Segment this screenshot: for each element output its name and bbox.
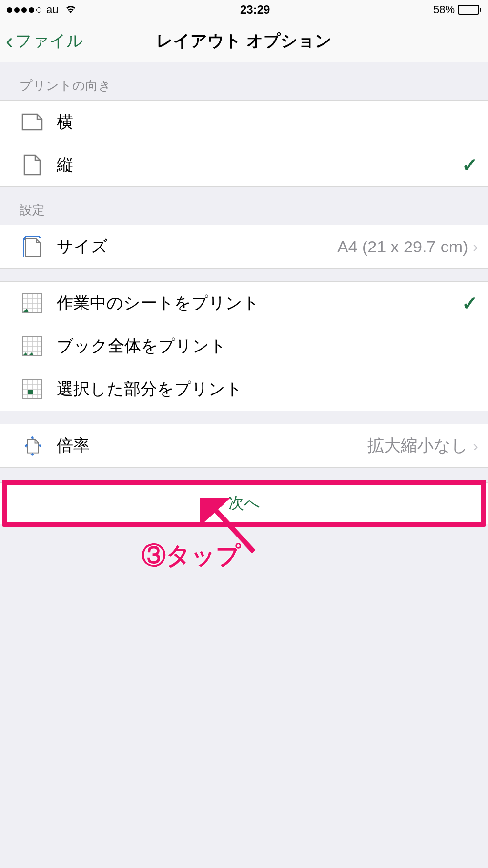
- scale-row[interactable]: 倍率 拡大縮小なし ›: [0, 424, 488, 467]
- print-selection-label: 選択した部分をプリント: [57, 378, 478, 400]
- status-time: 23:29: [240, 3, 270, 17]
- scale-group: 倍率 拡大縮小なし ›: [0, 424, 488, 468]
- orientation-portrait-label: 縦: [57, 154, 462, 176]
- svg-rect-3: [28, 390, 33, 394]
- page-title: レイアウト オプション: [156, 30, 331, 52]
- page-landscape-icon: [21, 111, 43, 133]
- next-button-label: 次へ: [228, 493, 260, 514]
- sheet-active-icon: [21, 292, 43, 314]
- section-header-settings: 設定: [0, 187, 488, 225]
- carrier-label: au: [46, 3, 58, 16]
- scale-value: 拡大縮小なし: [367, 434, 468, 457]
- chevron-right-icon: ›: [473, 437, 478, 455]
- print-entire-book-row[interactable]: ブック全体をプリント: [0, 325, 488, 368]
- scale-label: 倍率: [57, 434, 367, 457]
- size-value: A4 (21 x 29.7 cm): [337, 237, 468, 256]
- chevron-right-icon: ›: [473, 238, 478, 256]
- print-entire-book-label: ブック全体をプリント: [57, 335, 478, 357]
- next-button[interactable]: 次へ: [0, 482, 488, 524]
- checkmark-icon: ✓: [462, 154, 478, 176]
- svg-rect-2: [23, 380, 41, 398]
- size-row[interactable]: サイズ A4 (21 x 29.7 cm) ›: [0, 225, 488, 268]
- orientation-group: 横 縦 ✓: [0, 100, 488, 187]
- status-right: 58%: [433, 3, 481, 16]
- orientation-landscape-row[interactable]: 横: [0, 101, 488, 144]
- battery-percent: 58%: [433, 3, 455, 16]
- print-scope-group: 作業中のシートをプリント ✓ ブック全体をプリント 選択した部分をプリント: [0, 281, 488, 411]
- nav-bar: ‹ ファイル レイアウト オプション: [0, 20, 488, 62]
- print-active-sheet-row[interactable]: 作業中のシートをプリント ✓: [0, 282, 488, 325]
- orientation-portrait-row[interactable]: 縦 ✓: [0, 144, 488, 186]
- status-left: au: [7, 3, 77, 16]
- back-button[interactable]: ‹ ファイル: [0, 30, 83, 52]
- annotation-label: ③タップ: [142, 539, 241, 572]
- checkmark-icon: ✓: [462, 292, 478, 314]
- print-active-sheet-label: 作業中のシートをプリント: [57, 292, 462, 314]
- size-group: サイズ A4 (21 x 29.7 cm) ›: [0, 225, 488, 269]
- section-header-orientation: プリントの向き: [0, 62, 488, 100]
- status-bar: au 23:29 58%: [0, 0, 488, 20]
- print-selection-row[interactable]: 選択した部分をプリント: [0, 368, 488, 411]
- workbook-icon: [21, 335, 43, 357]
- size-label: サイズ: [57, 235, 337, 258]
- wifi-icon: [65, 3, 77, 16]
- svg-rect-1: [23, 337, 41, 355]
- chevron-left-icon: ‹: [6, 30, 13, 52]
- orientation-landscape-label: 横: [57, 111, 478, 133]
- page-portrait-icon: [21, 154, 43, 176]
- page-size-icon: [21, 236, 43, 257]
- back-label: ファイル: [15, 30, 83, 52]
- scale-icon: [21, 435, 43, 456]
- battery-icon: [458, 5, 481, 15]
- selection-icon: [21, 378, 43, 400]
- signal-strength-icon: [7, 7, 41, 13]
- svg-rect-0: [23, 294, 41, 312]
